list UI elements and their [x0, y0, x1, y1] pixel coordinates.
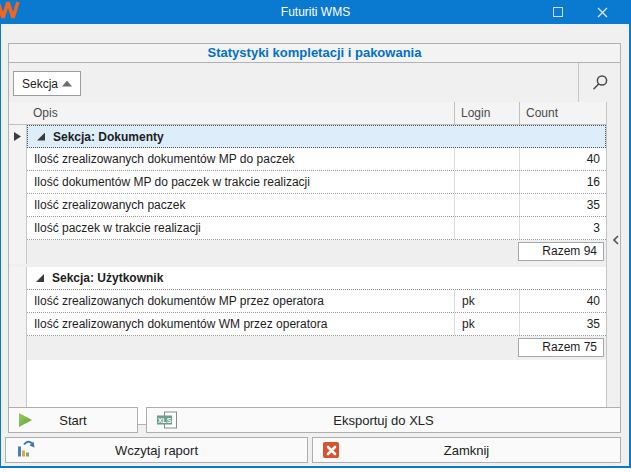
group-expanded-icon[interactable] [36, 274, 44, 282]
table-row[interactable]: Ilość zrealizowanych dokumentów WM przez… [27, 313, 606, 336]
titlebar[interactable]: Futuriti WMS [0, 0, 631, 24]
window-title: Futuriti WMS [0, 0, 631, 24]
group-expanded-icon[interactable] [37, 133, 45, 141]
row-indicator-column [9, 102, 27, 424]
group-by-label: Sekcja [22, 77, 62, 91]
close-icon [596, 6, 609, 19]
table-row[interactable]: Ilość zrealizowanych dokumentów MP do pa… [27, 148, 606, 171]
column-header-opis[interactable]: Opis [27, 102, 453, 124]
cell-opis: Ilość zrealizowanych dokumentów WM przez… [27, 313, 453, 335]
close-dialog-button[interactable]: Zamknij [312, 437, 621, 463]
cell-opis: Ilość dokumentów MP do paczek w trakcie … [27, 171, 453, 193]
cell-login: pk [454, 313, 519, 335]
cell-opis: Ilość zrealizowanych dokumentów MP do pa… [27, 148, 453, 170]
cell-login [454, 148, 519, 170]
load-report-button-label: Wczytaj raport [115, 443, 198, 458]
xls-file-icon: XLS [157, 412, 177, 429]
search-icon [591, 74, 609, 92]
export-xls-button-label: Eksportuj do XLS [333, 413, 433, 428]
page-title: Statystyki kompletacji i pakowania [8, 43, 621, 62]
xls-badge-label: XLS [157, 416, 172, 425]
collapse-panel-button[interactable] [610, 232, 622, 248]
start-button[interactable]: Start [8, 407, 138, 433]
group-row-dokumenty[interactable]: Sekcja: Dokumenty [27, 125, 606, 148]
cell-login: pk [454, 290, 519, 312]
sort-ascending-icon [62, 81, 72, 87]
report-chart-icon [16, 439, 36, 462]
statistics-grid: Sekcja Opis Login [8, 62, 621, 425]
client-area: Statystyki kompletacji i pakowania Sekcj… [0, 24, 631, 468]
close-dialog-button-label: Zamknij [444, 443, 490, 458]
group-by-panel[interactable]: Sekcja [9, 63, 620, 102]
column-header-row: Opis Login Count [9, 102, 606, 125]
cell-count: 3 [519, 217, 606, 239]
table-row[interactable]: Ilość zrealizowanych paczek 35 [27, 194, 606, 217]
export-xls-button[interactable]: XLS Eksportuj do XLS [146, 407, 621, 433]
right-side-strip [607, 102, 620, 424]
cell-count: 40 [519, 148, 606, 170]
group-row-uzytkownik[interactable]: Sekcja: Użytkownik [27, 267, 606, 290]
group-header-label: Sekcja: Dokumenty [53, 130, 164, 144]
maximize-button[interactable] [541, 0, 575, 24]
red-x-icon [323, 442, 339, 458]
load-report-button[interactable]: Wczytaj raport [5, 437, 308, 463]
cell-opis: Ilość paczek w trakcie realizacji [27, 217, 453, 239]
column-header-login[interactable]: Login [454, 102, 519, 124]
cell-opis: Ilość zrealizowanych paczek [27, 194, 453, 216]
cell-count: 35 [519, 194, 606, 216]
group-total-badge: Razem 75 [518, 338, 604, 357]
chevron-left-icon [612, 234, 620, 246]
play-icon [19, 413, 32, 427]
group-footer-dokumenty: Razem 94 [27, 240, 606, 264]
column-header-count[interactable]: Count [519, 102, 606, 124]
table-row[interactable]: Ilość paczek w trakcie realizacji 3 [27, 217, 606, 240]
cell-count: 35 [519, 313, 606, 335]
search-button[interactable] [578, 63, 620, 102]
cell-count: 40 [519, 290, 606, 312]
app-window: Futuriti WMS Statystyki kompletacji i pa… [0, 0, 631, 472]
group-header-label: Sekcja: Użytkownik [52, 271, 163, 285]
group-total-badge: Razem 94 [518, 242, 604, 261]
maximize-icon [553, 7, 563, 17]
cell-count: 16 [519, 171, 606, 193]
start-button-label: Start [59, 413, 86, 428]
table-row[interactable]: Ilość dokumentów MP do paczek w trakcie … [27, 171, 606, 194]
table-row[interactable]: Ilość zrealizowanych dokumentów MP przez… [27, 290, 606, 313]
close-window-button[interactable] [585, 0, 619, 24]
cell-login [454, 171, 519, 193]
grid-table: Opis Login Count Sekcja: Dokumenty Ilość… [9, 102, 607, 424]
cell-opis: Ilość zrealizowanych dokumentów MP przez… [27, 290, 453, 312]
cell-login [454, 217, 519, 239]
group-footer-uzytkownik: Razem 75 [27, 336, 606, 360]
group-by-sekcja-button[interactable]: Sekcja [13, 71, 81, 96]
cell-login [454, 194, 519, 216]
focused-row-arrow-icon [14, 132, 21, 141]
